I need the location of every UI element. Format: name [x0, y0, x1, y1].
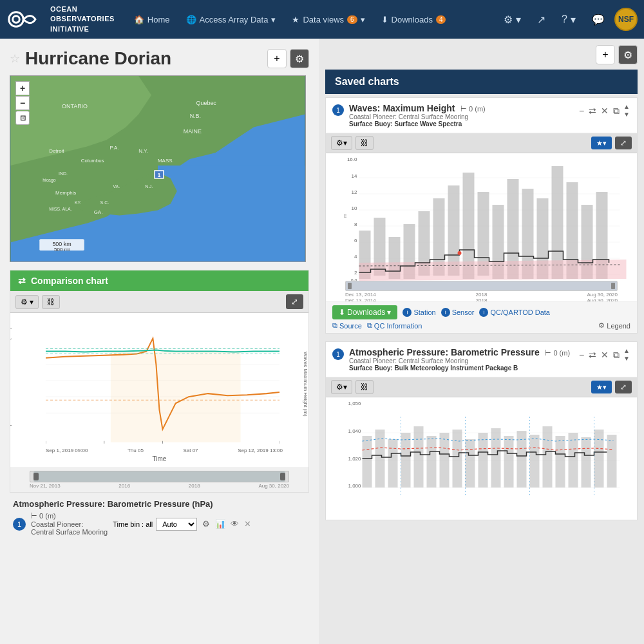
bottom-eye-icon[interactable]: 👁 [231, 519, 239, 529]
timebin-select[interactable]: Auto 1 hour 1 day [156, 518, 197, 531]
card1-up-btn[interactable]: ▲ [623, 103, 630, 111]
card1-shuffle-btn[interactable]: ⇄ [587, 104, 598, 117]
chart1-x-dates: Dec 13, 2014 2018 Aug 30, 2020 [326, 298, 637, 301]
card2-star-save-btn[interactable]: ★▾ [591, 381, 612, 393]
chart-card-2: 1 Atmospheric Pressure: Barometric Press… [325, 341, 638, 520]
gear-icon: ⚙ [504, 14, 513, 26]
svg-text:MASS.: MASS. [158, 158, 174, 164]
card1-down-btn[interactable]: ▼ [623, 111, 630, 118]
svg-rect-108 [530, 435, 540, 488]
chat-button[interactable]: 💬 [585, 10, 611, 30]
nav-access-array-data[interactable]: 🌐 Access Array Data ▾ [180, 11, 283, 28]
card2-up-btn[interactable]: ▲ [623, 347, 630, 355]
nsf-logo: NSF [614, 8, 638, 31]
favorite-icon[interactable]: ☆ [10, 52, 20, 66]
source-link[interactable]: ⧉ Source [332, 321, 362, 330]
chart1-timeline-slider[interactable] [345, 281, 618, 291]
share-icon: ↗ [537, 14, 545, 26]
svg-rect-113 [594, 430, 604, 488]
qc-external-icon: ⧉ [367, 321, 372, 330]
comparison-link-btn[interactable]: ⛓ [42, 295, 60, 309]
comparison-icon: ⇄ [18, 276, 26, 286]
saved-charts-settings-btn[interactable]: ⚙ [618, 45, 638, 64]
sensor-info-icon: i [441, 308, 450, 317]
comparison-chart-area: Atmospheric Pressure Barometric Pressure… [10, 313, 308, 468]
chat-icon: 💬 [592, 14, 605, 26]
settings-button[interactable]: ⚙ ▾ [497, 10, 527, 30]
nav-downloads[interactable]: ⬇ Downloads 4 [375, 11, 453, 28]
card1-settings-btn[interactable]: ⚙▾ [331, 136, 352, 150]
downloads-button-1[interactable]: ⬇ Downloads ▾ [332, 305, 397, 319]
legend-icon: ⚙ [598, 321, 605, 330]
station-info: i Station [402, 308, 435, 317]
chart-time-label: Time [153, 455, 167, 462]
add-button[interactable]: + [267, 49, 287, 68]
chart-card-1-toolbar: ⚙▾ ⛓ ★▾ ⤢ [326, 133, 637, 153]
card2-chevron-btns: ▲ ▼ [623, 347, 630, 363]
card2-shuffle-btn[interactable]: ⇄ [587, 348, 598, 361]
chart-card-2-header: 1 Atmospheric Pressure: Barometric Press… [326, 342, 637, 377]
svg-text:Detroit: Detroit [49, 148, 64, 154]
card2-link-btn[interactable]: ⛓ [355, 380, 374, 394]
settings-panel-button[interactable]: ⚙ [290, 49, 309, 68]
link-icon: ⛓ [47, 298, 55, 307]
chart-card-2-plot: 1,056 1,040 1,020 1,000 [326, 397, 637, 520]
nav-home[interactable]: 🏠 Home [128, 11, 176, 28]
card2-minus-btn[interactable]: − [578, 348, 585, 361]
data-views-arrow-icon: ▾ [361, 15, 365, 24]
card2-close-btn[interactable]: ✕ [600, 348, 610, 361]
comparison-settings-btn[interactable]: ⚙▾ [15, 295, 39, 309]
svg-text:N.J.: N.J. [145, 184, 153, 189]
bottom-chart-num: 1 [13, 518, 26, 531]
card1-close-btn[interactable]: ✕ [600, 104, 610, 117]
card1-star-save-btn[interactable]: ★▾ [591, 137, 612, 149]
nav-data-views[interactable]: ★ Data views 6 ▾ [285, 11, 371, 28]
nav-right: ⚙ ▾ ↗ ? ▾ 💬 NSF [497, 8, 638, 31]
svg-text:2: 2 [354, 270, 357, 276]
map-container[interactable]: 1 ONTARIO Quebec MAINE N.B. N.Y. MASS. P… [10, 75, 306, 262]
help-button[interactable]: ? ▾ [555, 10, 582, 30]
svg-rect-101 [440, 433, 450, 488]
home-icon: 🏠 [134, 15, 144, 24]
card2-down-btn[interactable]: ▼ [623, 355, 630, 363]
oi-logo-svg [6, 6, 45, 32]
card2-external-btn[interactable]: ⧉ [612, 348, 621, 362]
settings-arrow-icon: ▾ [516, 14, 521, 26]
share-button[interactable]: ↗ [531, 10, 552, 30]
zoom-out-button[interactable]: − [15, 96, 30, 110]
globe-icon: 🌐 [186, 15, 196, 24]
qc-info-icon: i [479, 308, 488, 317]
y-left-label: Atmospheric Pressure Barometric Pressure… [10, 319, 12, 448]
chart-card-2-subtitle2: Surface Buoy: Bulk Meteorology Instrumen… [349, 365, 573, 372]
card1-link-btn[interactable]: ⛓ [355, 136, 374, 150]
bottom-settings-icon[interactable]: ⚙ [202, 519, 210, 529]
svg-rect-106 [504, 436, 514, 488]
card1-external-btn[interactable]: ⧉ [612, 104, 621, 118]
zoom-fit-button[interactable]: ⊡ [15, 111, 30, 125]
card2-expand-btn[interactable]: ⤢ [615, 381, 632, 393]
downloads-badge: 4 [436, 15, 446, 24]
bottom-graph-icon[interactable]: 📊 [215, 519, 225, 529]
comparison-expand-btn[interactable]: ⤢ [286, 294, 303, 309]
brand-logo: OCEAN OBSERVATORIES INITIATIVE [6, 5, 115, 34]
card1-minus-btn[interactable]: − [578, 104, 585, 117]
timeline-slider[interactable] [30, 471, 289, 482]
card1-expand-btn[interactable]: ⤢ [615, 137, 632, 149]
zoom-in-button[interactable]: + [15, 81, 30, 95]
legend-button-1[interactable]: ⚙ Legend [598, 321, 630, 330]
gear-small-icon: ⚙ [21, 298, 28, 307]
svg-text:ONTARIO: ONTARIO [62, 103, 88, 109]
qc-info-link[interactable]: ⧉ QC Information [367, 321, 422, 330]
add-chart-button[interactable]: + [596, 45, 615, 64]
right-panel: + ⚙ Saved charts 1 Waves: Maximum Height… [319, 39, 644, 644]
svg-text:10: 10 [352, 205, 357, 211]
svg-rect-109 [543, 426, 553, 488]
card2-settings-btn[interactable]: ⚙▾ [331, 380, 352, 394]
bottom-chart-row: 1 ⊢ 0 (m) Coastal Pioneer: Central Surfa… [10, 509, 309, 539]
card1-right-toolbar: ★▾ ⤢ [591, 137, 632, 149]
bottom-close-icon[interactable]: ✕ [244, 519, 251, 529]
chart-card-2-subtitle: Coastal Pioneer: Central Surface Mooring [349, 357, 573, 365]
svg-rect-110 [556, 436, 565, 488]
chart-card-1-num: 1 [332, 104, 344, 116]
qc-info: i QC/QARTOD Data [479, 308, 550, 317]
